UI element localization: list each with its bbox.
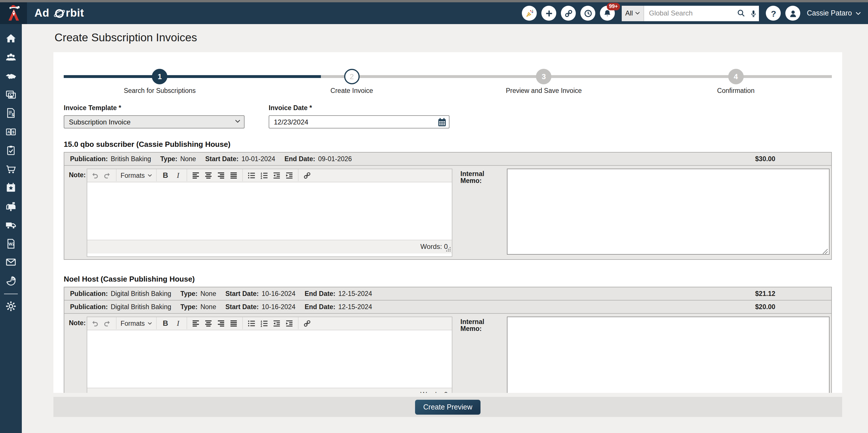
sidebar-item-billing[interactable] (0, 104, 22, 123)
note-edit-area[interactable] (87, 330, 452, 388)
notification-badge: 99+ (607, 3, 620, 10)
sidebar-item-events[interactable] (0, 178, 22, 197)
indent-button[interactable] (285, 169, 294, 181)
step-circle-1[interactable]: 1 (152, 69, 167, 84)
note-edit-area[interactable] (87, 182, 452, 239)
align-center-icon (205, 171, 212, 179)
brand-text-suffix: rbit (66, 7, 84, 20)
chevron-down-icon (148, 173, 152, 177)
justify-button[interactable] (229, 169, 238, 181)
step-circle-2[interactable]: 2 (344, 69, 360, 84)
insert-link-button[interactable] (303, 169, 312, 181)
step-preview-and-save[interactable]: 3 Preview and Save Invoice (448, 60, 640, 95)
quick-add-button[interactable] (541, 6, 556, 21)
align-center-button[interactable] (204, 169, 213, 181)
internal-memo-textarea[interactable] (507, 316, 830, 393)
sidebar-item-email[interactable] (0, 253, 22, 272)
notifications-button[interactable]: 99+ (600, 6, 615, 21)
bullet-list-button[interactable] (247, 169, 256, 181)
global-search-input[interactable] (644, 6, 735, 20)
toolbar-separator (298, 317, 299, 329)
align-center-button[interactable] (204, 318, 213, 329)
step-circle-3[interactable]: 3 (536, 69, 552, 84)
step-confirmation[interactable]: 4 Confirmation (640, 60, 832, 95)
numbered-list-button[interactable] (259, 318, 269, 329)
chevron-down-icon (635, 11, 640, 15)
search-scope-select[interactable]: All (622, 5, 644, 21)
resize-grip-icon[interactable] (444, 246, 451, 253)
formats-dropdown[interactable]: Formats (121, 320, 152, 327)
search-submit-button[interactable] (735, 6, 748, 20)
internal-memo-textarea[interactable] (507, 168, 830, 254)
subscription-row: Publication: British Baking Type: None S… (64, 153, 831, 166)
users-icon (5, 52, 17, 63)
sidebar-item-home[interactable] (0, 29, 22, 48)
redo-button[interactable] (103, 318, 112, 329)
insert-link-button[interactable] (303, 318, 312, 329)
sidebar-item-tasks[interactable] (0, 141, 22, 160)
sidebar-item-tax-forms[interactable] (0, 234, 22, 253)
justify-button[interactable] (229, 318, 238, 329)
sidebar-item-reports[interactable] (0, 272, 22, 290)
align-left-icon (192, 319, 200, 327)
calendar-icon[interactable] (437, 118, 446, 127)
invoice-template-select[interactable]: Subscription Invoice (64, 115, 245, 129)
help-button[interactable]: ? (766, 6, 781, 21)
undo-button[interactable] (90, 318, 99, 329)
indent-button[interactable] (285, 318, 294, 329)
formats-dropdown[interactable]: Formats (121, 172, 152, 179)
bold-button[interactable]: B (161, 169, 170, 181)
sidebar-item-settings[interactable] (0, 297, 22, 316)
numbered-list-button[interactable] (259, 169, 269, 181)
sidebar-item-direct-mail[interactable] (0, 197, 22, 215)
start-date-value: 10-16-2024 (262, 303, 296, 310)
align-right-button[interactable] (216, 318, 226, 329)
step-search-for-subscriptions[interactable]: 1 Search for Subscriptions (64, 60, 256, 95)
align-right-icon (217, 319, 225, 327)
toolbar-separator (156, 317, 157, 329)
outdent-button[interactable] (272, 318, 281, 329)
quick-links-button[interactable] (561, 6, 576, 21)
main-content: Create Subscription Invoices 1 Search fo… (22, 24, 868, 433)
invoice-template-label: Invoice Template * (64, 104, 245, 111)
sidebar-item-contacts[interactable] (0, 48, 22, 67)
calendar-star-icon (5, 182, 17, 194)
undo-icon (91, 319, 99, 327)
formats-label: Formats (121, 172, 145, 179)
sidebar-item-distribution[interactable] (0, 215, 22, 234)
toolbar-separator (298, 169, 299, 181)
create-preview-button[interactable]: Create Preview (415, 399, 480, 414)
sidebar-item-media[interactable] (0, 85, 22, 104)
recent-history-button[interactable] (580, 6, 595, 21)
sidebar-divider (4, 294, 18, 294)
step-circle-4[interactable]: 4 (728, 69, 744, 84)
user-menu[interactable]: Cassie Pataro (807, 9, 861, 17)
home-icon (5, 33, 17, 44)
bold-button[interactable]: B (161, 318, 170, 329)
align-left-button[interactable] (191, 169, 200, 181)
numbered-list-icon (260, 319, 268, 327)
outdent-button[interactable] (272, 169, 281, 181)
sidebar-item-rate-cards[interactable] (0, 123, 22, 141)
voice-search-button[interactable] (748, 6, 759, 20)
invoice-date-input[interactable] (269, 115, 450, 129)
end-date-value: 09-01-2026 (318, 156, 352, 162)
italic-button[interactable]: I (174, 169, 183, 181)
editor-toolbar: Formats B I (87, 169, 452, 182)
whats-new-button[interactable] (522, 6, 537, 21)
align-left-button[interactable] (191, 318, 200, 329)
italic-button[interactable]: I (174, 318, 183, 329)
step-create-invoice[interactable]: 2 Create Invoice (256, 60, 448, 95)
app-logo[interactable] (0, 2, 27, 24)
start-date-label: Start Date: (205, 156, 239, 162)
sidebar-item-partners[interactable] (0, 67, 22, 85)
avatar[interactable] (786, 6, 801, 21)
undo-button[interactable] (90, 169, 99, 181)
sidebar-item-store[interactable] (0, 160, 22, 178)
bullet-list-button[interactable] (247, 318, 256, 329)
redo-button[interactable] (103, 169, 112, 181)
note-label: Note: (69, 316, 87, 393)
align-right-icon (217, 171, 225, 179)
align-right-button[interactable] (216, 169, 226, 181)
bell-icon (603, 9, 611, 17)
